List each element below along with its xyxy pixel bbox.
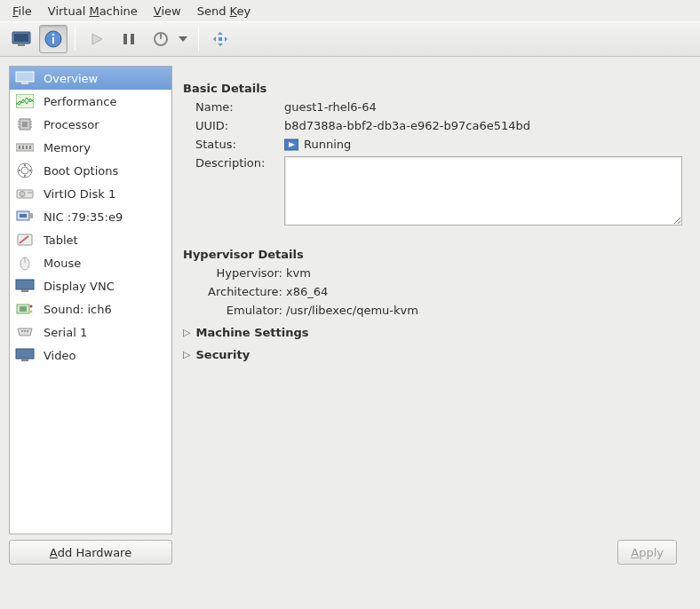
sidebar-item-serial-1[interactable]: Serial 1 [10,320,171,344]
sidebar-item-label: Mouse [44,257,81,270]
svg-rect-41 [28,192,32,194]
basic-details-title: Basic Details [183,82,682,95]
console-button[interactable] [7,25,36,53]
monitor-icon [15,347,35,363]
sidebar-item-virtio-disk-1[interactable]: VirtIO Disk 1 [10,182,171,205]
boot-icon [15,162,35,178]
monitor-icon [15,70,35,86]
description-label: Description: [195,156,284,170]
description-textarea[interactable] [284,156,682,225]
menu-virtual-machine[interactable]: Virtual Machine [41,2,145,20]
svg-point-38 [19,170,20,171]
sidebar-item-boot-options[interactable]: Boot Options [10,159,171,182]
sidebar-item-label: Memory [44,141,91,154]
sidebar-item-performance[interactable]: Performance [10,90,171,113]
chevron-right-icon: ▷ [183,327,190,338]
emulator-label: Emulator: [195,304,286,317]
machine-settings-label: Machine Settings [195,326,308,339]
svg-rect-18 [21,82,28,84]
svg-point-54 [30,311,33,313]
sidebar-item-mouse[interactable]: Mouse [10,251,171,274]
svg-marker-13 [218,44,223,46]
cpu-icon [15,116,35,132]
sidebar-item-label: Serial 1 [44,326,87,339]
power-button[interactable] [147,25,175,53]
emulator-value: /usr/libexec/qemu-kvm [286,304,682,317]
sidebar-item-memory[interactable]: Memory [10,136,171,159]
mouse-icon [15,255,35,271]
chevron-right-icon: ▷ [183,349,190,360]
sidebar-item-tablet[interactable]: Tablet [10,228,171,251]
svg-point-36 [29,170,31,171]
uuid-value: b8d7388a-bbf2-db3a-e962-b97ca6e514bd [284,119,682,132]
sidebar-item-label: Performance [44,95,116,108]
serial-icon [15,324,35,340]
security-expander[interactable]: ▷ Security [183,348,682,361]
sidebar-item-label: Tablet [44,233,78,247]
machine-settings-expander[interactable]: ▷ Machine Settings [183,326,682,339]
svg-rect-50 [21,289,28,292]
menu-view[interactable]: View [147,2,188,20]
svg-point-56 [24,330,26,332]
sidebar-item-nic[interactable]: NIC :79:35:e9 [10,205,171,228]
hypervisor-value: kvm [286,266,682,280]
svg-point-34 [21,167,28,174]
architecture-value: x86_64 [286,285,682,298]
menu-bar: File Virtual Machine View Send Key [0,0,700,21]
sidebar: Overview Performance Processor Memory Bo… [9,66,172,565]
sidebar-item-sound[interactable]: Sound: ich6 [10,297,171,320]
hypervisor-label: Hypervisor: [195,266,286,280]
pause-button[interactable] [115,25,143,53]
svg-rect-59 [21,359,28,361]
svg-rect-44 [29,213,33,218]
name-value: guest1-rhel6-64 [284,100,682,114]
svg-rect-32 [29,146,31,149]
sidebar-item-label: Display VNC [44,280,115,293]
apply-button[interactable]: Apply [617,540,677,565]
svg-rect-21 [22,122,28,127]
svg-marker-14 [213,36,216,42]
svg-marker-15 [225,36,227,42]
power-menu-dropdown[interactable] [175,25,191,53]
fullscreen-button[interactable] [206,25,235,53]
svg-point-55 [21,330,23,332]
svg-rect-58 [16,349,34,359]
svg-rect-29 [19,146,20,149]
hypervisor-details-title: Hypervisor Details [183,248,682,261]
svg-rect-8 [131,34,134,44]
run-button[interactable] [83,25,111,53]
sidebar-item-label: Sound: ich6 [44,303,112,316]
details-button[interactable] [39,25,68,53]
sidebar-item-label: Processor [44,118,99,131]
sidebar-item-overview[interactable]: Overview [10,67,171,90]
svg-rect-30 [22,146,24,149]
status-label: Status: [195,138,284,151]
add-hardware-button[interactable]: Add Hardware [9,540,172,565]
menu-file[interactable]: File [5,2,39,20]
tablet-icon [15,232,35,248]
sidebar-item-label: VirtIO Disk 1 [44,187,115,201]
svg-rect-43 [20,214,27,218]
svg-point-57 [27,330,28,332]
status-value: Running [304,138,351,151]
sidebar-item-label: NIC :79:35:e9 [44,210,123,224]
name-label: Name: [195,100,284,114]
svg-rect-1 [14,34,28,42]
svg-marker-6 [92,34,102,44]
svg-point-35 [24,164,26,166]
performance-icon [15,93,35,109]
svg-rect-17 [16,72,34,82]
sidebar-item-video[interactable]: Video [10,344,171,367]
sidebar-item-label: Boot Options [44,164,118,178]
sidebar-item-display-vnc[interactable]: Display VNC [10,274,171,297]
sidebar-item-label: Video [44,349,76,362]
sidebar-item-processor[interactable]: Processor [10,113,171,136]
disk-icon [15,186,35,202]
svg-point-40 [20,192,25,197]
svg-rect-49 [16,280,34,289]
memory-icon [15,139,35,155]
toolbar [0,21,700,57]
svg-rect-4 [52,37,54,44]
details-pane: Basic Details Name: guest1-rhel6-64 UUID… [179,66,691,565]
menu-send-key[interactable]: Send Key [190,2,258,20]
